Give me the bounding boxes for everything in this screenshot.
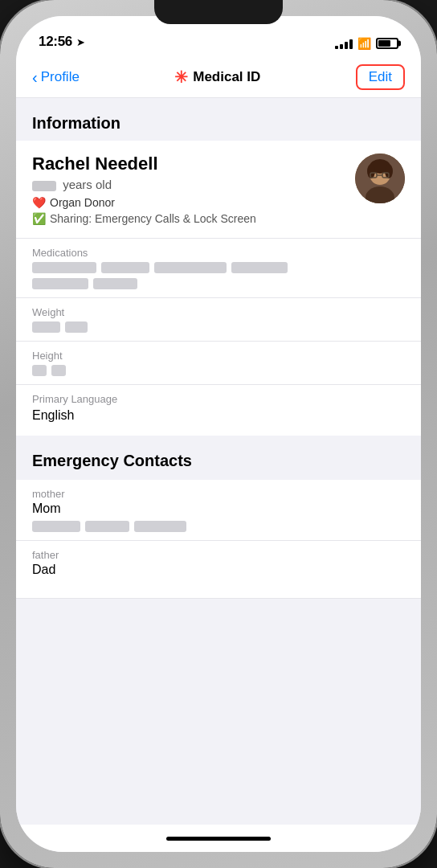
weight-blur-2 <box>65 321 88 333</box>
back-label: Profile <box>41 69 80 85</box>
medications-blur-1 <box>32 262 405 273</box>
weight-blur <box>32 321 405 333</box>
chevron-left-icon: ‹ <box>32 69 38 85</box>
location-icon: ➤ <box>76 36 85 48</box>
height-blur <box>32 365 405 376</box>
med-blur-2 <box>101 262 149 273</box>
med-blur-4 <box>231 262 288 273</box>
mother-phone-blur <box>32 521 405 532</box>
sharing-label: Sharing: Emergency Calls & Lock Screen <box>50 212 256 225</box>
height-label: Height <box>32 350 405 362</box>
emergency-contacts-header: Emergency Contacts <box>16 436 421 480</box>
heart-icon: ❤️ <box>32 196 46 209</box>
primary-language-label: Primary Language <box>32 393 405 405</box>
father-name: Dad <box>32 563 405 577</box>
phone-blur-1 <box>32 521 80 532</box>
primary-language-value: English <box>32 408 405 423</box>
mother-relation: mother <box>32 488 405 500</box>
medications-label: Medications <box>32 247 405 259</box>
father-relation: father <box>32 549 405 561</box>
med-blur-5 <box>32 278 88 289</box>
height-row: Height <box>16 342 421 385</box>
profile-age: years old <box>32 178 355 191</box>
medical-star-icon: ✳ <box>174 68 188 87</box>
edit-button[interactable]: Edit <box>356 64 405 90</box>
signal-bar-3 <box>345 42 348 49</box>
weight-label: Weight <box>32 306 405 318</box>
nav-title: ✳ Medical ID <box>174 68 260 87</box>
svg-point-4 <box>367 164 375 178</box>
status-time: 12:56 <box>39 34 72 50</box>
profile-text: Rachel Needell years old ❤️ Organ Donor … <box>32 154 355 225</box>
information-section-header: Information <box>16 98 421 141</box>
back-button[interactable]: ‹ Profile <box>32 69 80 85</box>
home-bar <box>166 837 271 841</box>
content-area: Information Rachel Needell years old ❤️ … <box>16 98 421 825</box>
phone-blur-2 <box>85 521 129 532</box>
phone-blur-3 <box>134 521 186 532</box>
sharing-badge: ✅ Sharing: Emergency Calls & Lock Screen <box>32 212 355 225</box>
med-blur-1 <box>32 262 96 273</box>
organ-donor-badge: ❤️ Organ Donor <box>32 196 355 209</box>
nav-bar: ‹ Profile ✳ Medical ID Edit <box>16 56 421 98</box>
height-blur-1 <box>32 365 47 376</box>
profile-name: Rachel Needell <box>32 154 355 174</box>
mother-contact-row: mother Mom <box>16 480 421 541</box>
med-blur-3 <box>154 262 227 273</box>
notch <box>154 0 283 24</box>
medications-blur-2 <box>32 278 405 289</box>
wifi-icon: 📶 <box>357 37 371 50</box>
avatar-image <box>355 154 405 203</box>
signal-bar-2 <box>340 44 343 49</box>
phone-frame: 12:56 ➤ 📶 ‹ Profile <box>0 0 437 868</box>
checkmark-icon: ✅ <box>32 212 46 225</box>
age-blur <box>32 181 56 191</box>
signal-bar-1 <box>335 46 338 49</box>
status-icons: 📶 <box>335 37 398 50</box>
organ-donor-label: Organ Donor <box>50 196 115 209</box>
age-suffix: years old <box>63 178 112 191</box>
avatar <box>355 154 405 203</box>
primary-language-row: Primary Language English <box>16 385 421 436</box>
battery-fill <box>378 40 390 47</box>
profile-block: Rachel Needell years old ❤️ Organ Donor … <box>16 141 421 239</box>
height-blur-2 <box>51 365 66 376</box>
medications-row: Medications <box>16 239 421 298</box>
father-contact-row: father Dad <box>16 541 421 599</box>
home-indicator <box>16 825 421 852</box>
phone-screen: 12:56 ➤ 📶 ‹ Profile <box>16 16 421 852</box>
med-blur-6 <box>93 278 137 289</box>
nav-title-text: Medical ID <box>193 69 260 85</box>
signal-bars <box>335 38 353 49</box>
weight-blur-1 <box>32 321 60 333</box>
signal-bar-4 <box>349 39 353 49</box>
mother-name: Mom <box>32 502 405 516</box>
weight-row: Weight <box>16 298 421 342</box>
battery-icon <box>376 38 398 49</box>
